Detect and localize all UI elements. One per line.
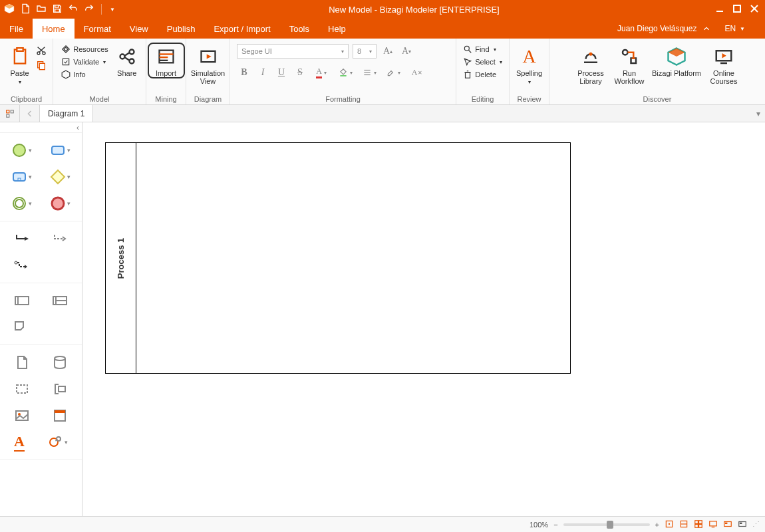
group-clipboard: Paste▾ Clipboard <box>0 39 53 104</box>
tab-file[interactable]: File <box>0 19 33 39</box>
font-color-button[interactable]: A▾ <box>311 65 331 80</box>
spelling-button[interactable]: A Spelling▾ <box>513 43 546 88</box>
subprocess-icon[interactable]: ▾ <box>11 169 32 185</box>
undo-icon[interactable] <box>68 3 78 16</box>
lane-icon[interactable] <box>52 293 68 309</box>
data-object-icon[interactable] <box>14 354 30 370</box>
task-icon[interactable]: ▾ <box>50 142 71 158</box>
zoom-in-icon[interactable]: + <box>655 521 659 529</box>
fill-color-button[interactable]: ▾ <box>335 65 355 80</box>
bold-icon[interactable]: B <box>237 65 251 80</box>
pool-process-1[interactable]: Process 1 <box>105 142 571 374</box>
tabstrip-back-icon[interactable] <box>20 105 40 122</box>
tab-publish[interactable]: Publish <box>158 19 205 39</box>
bizagi-platform-button[interactable]: Bizagi Platform <box>650 43 703 78</box>
font-family-select[interactable]: Segoe UI▾ <box>237 44 349 59</box>
tab-help[interactable]: Help <box>319 19 355 39</box>
svg-rect-74 <box>17 385 27 393</box>
delete-button[interactable]: Delete <box>460 69 505 80</box>
pool-body[interactable] <box>136 143 570 373</box>
message-flow-icon[interactable] <box>13 257 29 273</box>
clear-format-button[interactable]: A✕ <box>407 65 427 80</box>
view-presentation-icon[interactable] <box>708 519 718 530</box>
strike-icon[interactable]: S <box>293 65 307 80</box>
start-event-icon[interactable]: ▾ <box>11 142 32 158</box>
text-label-icon[interactable]: A <box>14 433 25 452</box>
data-store-icon[interactable] <box>52 354 68 370</box>
minimize-icon[interactable] <box>716 5 724 15</box>
group-icon[interactable] <box>14 381 30 397</box>
quick-access-toolbar: ▼ <box>0 3 119 16</box>
paste-button[interactable]: Paste▾ <box>7 43 33 88</box>
language-button[interactable]: EN ▼ <box>718 19 749 39</box>
image-icon[interactable] <box>14 408 30 424</box>
svg-rect-91 <box>710 521 717 525</box>
cut-icon[interactable] <box>36 45 47 58</box>
view-bw-icon[interactable] <box>738 519 747 530</box>
end-event-icon[interactable]: ▾ <box>50 196 71 211</box>
font-size-select[interactable]: 8▾ <box>353 44 377 59</box>
share-button[interactable]: Share <box>114 43 140 78</box>
zoom-slider[interactable] <box>563 523 650 526</box>
new-file-icon[interactable] <box>20 3 31 16</box>
simulation-view-button[interactable]: Simulation View <box>190 43 226 86</box>
zoom-out-icon[interactable]: − <box>553 521 557 529</box>
highlight-button[interactable]: ▾ <box>383 65 403 80</box>
maximize-icon[interactable] <box>733 5 741 15</box>
fit-width-icon[interactable] <box>679 519 688 530</box>
svg-rect-54 <box>6 110 9 112</box>
select-button[interactable]: Select▾ <box>460 57 505 67</box>
pool-header[interactable]: Process 1 <box>106 143 136 373</box>
settings-button[interactable] <box>749 19 757 39</box>
pool-icon[interactable] <box>14 293 30 309</box>
import-button[interactable]: Import <box>148 43 185 78</box>
tabstrip-view-icon[interactable] <box>0 105 20 122</box>
palette-collapse-icon[interactable]: ‹ <box>0 122 82 133</box>
find-button[interactable]: Find▾ <box>460 44 505 55</box>
validate-button[interactable]: Validate▾ <box>59 57 111 67</box>
annotation-icon[interactable] <box>52 381 68 397</box>
align-button[interactable]: ▾ <box>359 65 379 80</box>
tab-tools[interactable]: Tools <box>280 19 319 39</box>
tab-format[interactable]: Format <box>75 19 120 39</box>
resources-button[interactable]: Resources <box>59 44 111 55</box>
process-library-button[interactable]: Process Library <box>573 43 609 86</box>
underline-icon[interactable]: U <box>274 65 289 80</box>
tab-home[interactable]: Home <box>33 19 75 39</box>
sequence-flow-icon[interactable] <box>14 231 30 247</box>
view-overview-icon[interactable] <box>723 519 732 530</box>
tab-diagram-1[interactable]: Diagram 1 <box>40 104 93 122</box>
save-icon[interactable] <box>52 3 63 16</box>
redo-icon[interactable] <box>84 3 94 16</box>
online-courses-button[interactable]: Online Courses <box>706 43 742 86</box>
open-file-icon[interactable] <box>36 3 47 16</box>
fit-page-icon[interactable] <box>665 519 674 530</box>
header-icon[interactable] <box>52 408 68 424</box>
tab-view[interactable]: View <box>120 19 158 39</box>
svg-point-46 <box>623 50 628 55</box>
decrease-font-icon[interactable]: A▾ <box>399 44 414 59</box>
svg-point-24 <box>120 55 124 59</box>
hint-button[interactable] <box>757 19 765 39</box>
milestone-icon[interactable] <box>13 319 29 335</box>
gateway-icon[interactable]: ▾ <box>50 169 71 185</box>
diagram-canvas[interactable]: Process 1 <box>82 122 765 516</box>
italic-icon[interactable]: I <box>255 65 270 80</box>
resize-grip-icon[interactable]: ⋰ <box>752 520 760 529</box>
tabstrip-options-icon[interactable]: ▾ <box>752 105 765 122</box>
view-grid-icon[interactable] <box>694 519 703 530</box>
info-button[interactable]: Info <box>59 69 111 80</box>
increase-font-icon[interactable]: A▴ <box>381 44 395 59</box>
close-icon[interactable] <box>750 5 758 15</box>
svg-marker-50 <box>669 49 685 57</box>
intermediate-event-icon[interactable]: ▾ <box>11 196 32 211</box>
user-name: Juan Diego Velásquez <box>617 24 696 33</box>
run-workflow-button[interactable]: Run Workflow <box>611 43 647 86</box>
group-model: Resources Validate▾ Info Share Model <box>53 39 146 104</box>
user-box[interactable]: Juan Diego Velásquez <box>611 19 718 39</box>
custom-artifact-icon[interactable]: ▾ <box>47 434 68 450</box>
qat-dropdown-icon[interactable]: ▼ <box>110 7 115 13</box>
tab-export-import[interactable]: Export / Import <box>204 19 279 39</box>
copy-icon[interactable] <box>36 60 47 72</box>
association-icon[interactable] <box>52 231 68 247</box>
